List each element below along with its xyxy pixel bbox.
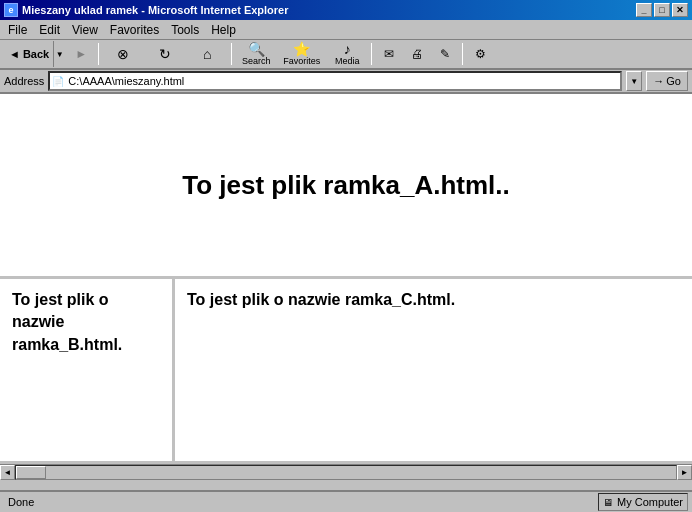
window-title: Mieszany uklad ramek - Microsoft Interne… bbox=[22, 4, 289, 16]
separator-3 bbox=[371, 43, 372, 65]
horizontal-scrollbar[interactable]: ◄ ► bbox=[0, 464, 692, 479]
menu-help[interactable]: Help bbox=[205, 21, 242, 39]
menu-edit[interactable]: Edit bbox=[33, 21, 66, 39]
menu-tools[interactable]: Tools bbox=[165, 21, 205, 39]
scroll-right-button[interactable]: ► bbox=[677, 465, 692, 480]
status-text: Done bbox=[4, 496, 596, 508]
edit-button[interactable]: ✎ bbox=[432, 41, 458, 67]
scroll-left-button[interactable]: ◄ bbox=[0, 465, 15, 480]
menu-view[interactable]: View bbox=[66, 21, 104, 39]
frame-top-text: To jest plik ramka_A.html.. bbox=[182, 170, 510, 201]
zone-text: My Computer bbox=[617, 496, 683, 508]
favorites-icon: ⭐ bbox=[293, 42, 310, 56]
frame-bottom-left-text: To jest plik o nazwie ramka_B.html. bbox=[12, 289, 160, 356]
status-bar: Done 🖥 My Computer bbox=[0, 490, 692, 512]
back-icon: ◄ bbox=[9, 48, 20, 60]
separator-2 bbox=[231, 43, 232, 65]
frame-bottom: To jest plik o nazwie ramka_B.html. To j… bbox=[0, 279, 692, 461]
address-bar: Address 📄 ▼ → Go bbox=[0, 70, 692, 94]
menu-favorites[interactable]: Favorites bbox=[104, 21, 165, 39]
go-button[interactable]: → Go bbox=[646, 71, 688, 91]
zone-icon: 🖥 bbox=[603, 497, 613, 508]
refresh-button[interactable]: ↻ bbox=[145, 41, 185, 67]
status-right-panel: 🖥 My Computer bbox=[598, 493, 688, 511]
favorites-label: Favorites bbox=[283, 57, 320, 66]
address-input[interactable] bbox=[68, 75, 618, 87]
frame-bottom-right-text: To jest plik o nazwie ramka_C.html. bbox=[187, 289, 680, 311]
scroll-track[interactable] bbox=[15, 465, 677, 480]
favorites-button[interactable]: ⭐ Favorites bbox=[278, 41, 325, 67]
scroll-thumb[interactable] bbox=[16, 466, 46, 479]
frame-bottom-left: To jest plik o nazwie ramka_B.html. bbox=[0, 279, 175, 461]
mail-button[interactable]: ✉ bbox=[376, 41, 402, 67]
toolbar: ◄ Back ▼ ► ⊗ ↻ ⌂ 🔍 Search ⭐ Favorites bbox=[0, 40, 692, 70]
go-arrow-icon: → bbox=[653, 75, 664, 87]
media-label: Media bbox=[335, 57, 360, 66]
browser-content: To jest plik ramka_A.html.. To jest plik… bbox=[0, 94, 692, 464]
search-label: Search bbox=[242, 57, 271, 66]
minimize-button[interactable]: _ bbox=[636, 3, 652, 17]
maximize-button[interactable]: □ bbox=[654, 3, 670, 17]
separator-4 bbox=[462, 43, 463, 65]
discuss-button[interactable]: ⚙ bbox=[467, 41, 493, 67]
address-label: Address bbox=[4, 75, 44, 87]
stop-icon: ⊗ bbox=[117, 47, 129, 61]
address-dropdown-button[interactable]: ▼ bbox=[626, 71, 642, 91]
print-button[interactable]: 🖨 bbox=[404, 41, 430, 67]
back-dropdown-icon[interactable]: ▼ bbox=[53, 41, 65, 67]
stop-button[interactable]: ⊗ bbox=[103, 41, 143, 67]
home-button[interactable]: ⌂ bbox=[187, 41, 227, 67]
home-icon: ⌂ bbox=[203, 47, 211, 61]
media-button[interactable]: ♪ Media bbox=[327, 41, 367, 67]
refresh-icon: ↻ bbox=[159, 47, 171, 61]
frame-bottom-right: To jest plik o nazwie ramka_C.html. bbox=[175, 279, 692, 461]
back-button[interactable]: ◄ Back ▼ bbox=[4, 41, 66, 67]
menu-bar: File Edit View Favorites Tools Help bbox=[0, 20, 692, 40]
app-icon: e bbox=[4, 3, 18, 17]
address-page-icon: 📄 bbox=[52, 76, 64, 87]
zone-panel: 🖥 My Computer bbox=[598, 493, 688, 511]
close-button[interactable]: ✕ bbox=[672, 3, 688, 17]
go-label: Go bbox=[666, 75, 681, 87]
address-input-wrapper: 📄 bbox=[48, 71, 622, 91]
frame-top: To jest plik ramka_A.html.. bbox=[0, 94, 692, 279]
forward-button[interactable]: ► bbox=[68, 41, 94, 67]
search-icon: 🔍 bbox=[248, 42, 265, 56]
media-icon: ♪ bbox=[344, 42, 351, 56]
menu-file[interactable]: File bbox=[2, 21, 33, 39]
search-button[interactable]: 🔍 Search bbox=[236, 41, 276, 67]
separator-1 bbox=[98, 43, 99, 65]
title-bar: e Mieszany uklad ramek - Microsoft Inter… bbox=[0, 0, 692, 20]
back-label: Back bbox=[23, 48, 49, 60]
